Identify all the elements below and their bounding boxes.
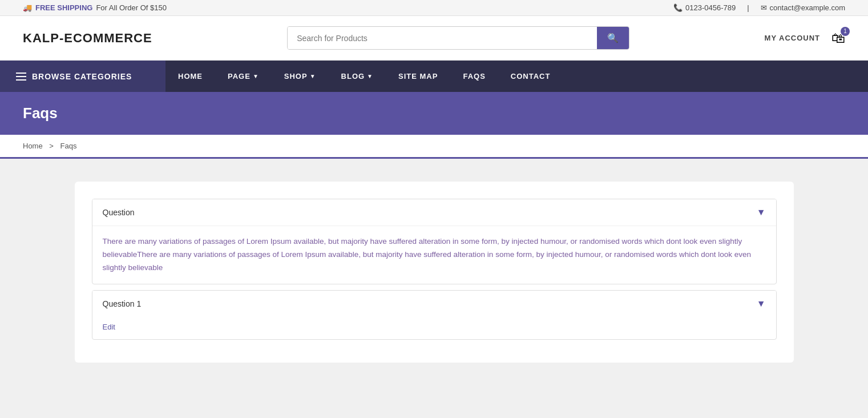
chevron-down-icon: ▼ xyxy=(253,73,259,79)
nav-item-faqs[interactable]: FAQS xyxy=(450,61,498,92)
chevron-down-icon: ▼ xyxy=(367,73,373,79)
nav-item-home[interactable]: HOME xyxy=(165,61,215,92)
phone-icon: 📞 xyxy=(673,3,683,12)
nav-item-shop[interactable]: SHOP ▼ xyxy=(272,61,329,92)
chevron-down-icon: ▼ xyxy=(310,73,316,79)
faq-card: Question ▼ There are many variations of … xyxy=(75,182,794,363)
accordion-question-2: Question 1 xyxy=(103,299,142,308)
phone-info: 📞 0123-0456-789 xyxy=(673,3,736,12)
nav-item-contact[interactable]: CONTACT xyxy=(498,61,563,92)
breadcrumb: Home > Faqs xyxy=(0,135,868,159)
nav-item-page[interactable]: PAGE ▼ xyxy=(215,61,272,92)
nav-link-home[interactable]: HOME xyxy=(165,61,215,92)
breadcrumb-separator: > xyxy=(49,142,54,150)
search-icon: 🔍 xyxy=(607,33,619,43)
logo[interactable]: KALP-ECOMMERCE xyxy=(23,31,152,46)
email-icon: ✉ xyxy=(761,3,767,12)
nav-link-page[interactable]: PAGE ▼ xyxy=(215,61,272,92)
browse-categories-label: BROWSE CATEGORIES xyxy=(32,72,132,81)
header: KALP-ECOMMERCE 🔍 MY ACCOUNT 🛍 1 xyxy=(0,16,868,61)
breadcrumb-home[interactable]: Home xyxy=(23,142,43,150)
top-bar-right: 📞 0123-0456-789 | ✉ contact@example.com xyxy=(673,3,845,12)
nav-link-blog[interactable]: BLOG ▼ xyxy=(329,61,386,92)
top-bar: 🚚 FREE SHIPPING For All Order Of $150 📞 … xyxy=(0,0,868,16)
nav-link-contact[interactable]: CONTACT xyxy=(498,61,563,92)
chevron-down-icon: ▼ xyxy=(757,207,766,218)
accordion-answer-1: There are many variations of passages of… xyxy=(103,237,752,272)
cart-icon[interactable]: 🛍 1 xyxy=(831,30,845,46)
hamburger-icon xyxy=(16,73,26,81)
page-banner: Faqs xyxy=(0,92,868,135)
divider: | xyxy=(747,3,749,12)
cart-badge: 1 xyxy=(841,27,850,36)
truck-icon: 🚚 xyxy=(23,3,32,12)
email-info: ✉ contact@example.com xyxy=(761,3,845,12)
top-bar-left: 🚚 FREE SHIPPING For All Order Of $150 xyxy=(23,3,167,12)
accordion-question-1: Question xyxy=(103,208,135,217)
accordion-item-1: Question ▼ There are many variations of … xyxy=(92,199,777,284)
free-shipping-text: For All Order Of $150 xyxy=(96,3,167,12)
navbar: BROWSE CATEGORIES HOME PAGE ▼ SHOP ▼ BLO… xyxy=(0,61,868,92)
nav-link-faqs[interactable]: FAQS xyxy=(450,61,498,92)
breadcrumb-current: Faqs xyxy=(60,142,77,150)
browse-categories-button[interactable]: BROWSE CATEGORIES xyxy=(0,61,165,92)
accordion-body-1: There are many variations of passages of… xyxy=(92,226,776,284)
email-address: contact@example.com xyxy=(770,3,845,12)
nav-link-sitemap[interactable]: SITE MAP xyxy=(386,61,450,92)
accordion-item-2: Question 1 ▼ Edit xyxy=(92,290,777,340)
search-input[interactable] xyxy=(288,27,597,49)
phone-number: 0123-0456-789 xyxy=(685,3,736,12)
chevron-down-icon: ▼ xyxy=(757,299,766,309)
nav-links: HOME PAGE ▼ SHOP ▼ BLOG ▼ SITE MAP FAQS … xyxy=(165,61,868,92)
search-bar: 🔍 xyxy=(287,26,629,50)
nav-item-sitemap[interactable]: SITE MAP xyxy=(386,61,450,92)
free-shipping-label: FREE SHIPPING xyxy=(35,3,92,12)
header-right: MY ACCOUNT 🛍 1 xyxy=(765,30,845,46)
nav-link-shop[interactable]: SHOP ▼ xyxy=(272,61,329,92)
edit-link[interactable]: Edit xyxy=(92,317,776,339)
my-account-link[interactable]: MY ACCOUNT xyxy=(765,34,820,42)
accordion-header-2[interactable]: Question 1 ▼ xyxy=(92,291,776,317)
main-content: Question ▼ There are many variations of … xyxy=(0,159,868,385)
search-button[interactable]: 🔍 xyxy=(597,27,629,49)
accordion-header-1[interactable]: Question ▼ xyxy=(92,199,776,226)
page-title: Faqs xyxy=(23,104,845,122)
nav-item-blog[interactable]: BLOG ▼ xyxy=(329,61,386,92)
